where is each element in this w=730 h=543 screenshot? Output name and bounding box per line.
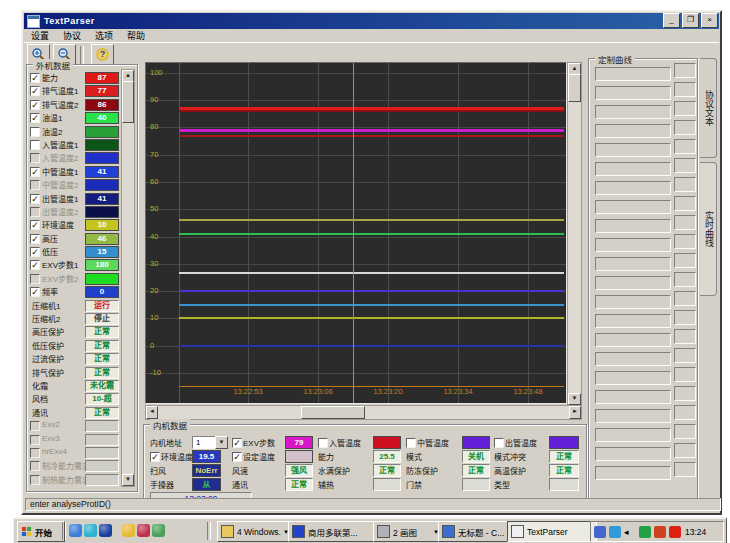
curve-name-field[interactable] <box>595 162 671 176</box>
checkbox[interactable]: ✓ <box>30 260 40 270</box>
printer-icon[interactable] <box>594 526 606 538</box>
curve-name-field[interactable] <box>595 314 671 328</box>
checkbox[interactable]: ✓ <box>30 86 40 96</box>
my-computer-icon[interactable] <box>152 524 165 537</box>
curve-name-field[interactable] <box>595 390 671 404</box>
curve-name-field[interactable] <box>595 409 671 423</box>
tab-realtime-curve[interactable]: 实时曲线 <box>700 162 717 296</box>
checkbox[interactable] <box>30 448 40 458</box>
taskbar-button-paint-group[interactable]: 2 画图▼ <box>373 521 443 542</box>
curve-name-field[interactable] <box>595 333 671 347</box>
scroll-down-icon[interactable]: ▼ <box>568 393 581 405</box>
checkbox[interactable]: ✓ <box>232 438 242 448</box>
checkbox[interactable]: ✓ <box>30 73 40 83</box>
antivirus-icon[interactable] <box>654 526 666 538</box>
media-player-icon[interactable] <box>137 524 150 537</box>
curve-value-field[interactable] <box>674 443 696 458</box>
curve-value-field[interactable] <box>674 367 696 382</box>
curve-name-field[interactable] <box>595 86 671 100</box>
curve-value-field[interactable] <box>674 215 696 230</box>
curve-value-field[interactable] <box>674 101 696 116</box>
checkbox[interactable] <box>30 140 40 150</box>
checkbox[interactable]: ✓ <box>30 247 40 257</box>
start-button[interactable]: 开始 <box>17 521 65 542</box>
curve-value-field[interactable] <box>674 196 696 211</box>
empty-field[interactable] <box>85 460 119 472</box>
minimize-button[interactable]: _ <box>663 13 680 28</box>
checkbox[interactable]: ✓ <box>30 113 40 123</box>
left-scroll-thumb[interactable] <box>122 81 134 123</box>
chevron-down-icon[interactable]: ▼ <box>215 436 228 449</box>
checkbox[interactable]: ✓ <box>30 194 40 204</box>
scroll-down-icon[interactable]: ▼ <box>122 474 134 486</box>
curve-value-field[interactable] <box>674 405 696 420</box>
show-desktop-icon[interactable] <box>122 524 135 537</box>
left-panel-scrollbar[interactable]: ▲ ▼ <box>121 69 135 487</box>
flash-alert-icon[interactable] <box>669 526 681 538</box>
curve-value-field[interactable] <box>674 63 696 78</box>
curve-value-field[interactable] <box>674 348 696 363</box>
curve-name-field[interactable] <box>595 352 671 366</box>
taskbar-button-word-document[interactable]: 商用多联第... <box>288 521 378 542</box>
time-cursor[interactable] <box>353 63 354 403</box>
curve-name-field[interactable] <box>595 447 671 461</box>
curve-value-field[interactable] <box>674 272 696 287</box>
curve-value-field[interactable] <box>674 424 696 439</box>
curve-name-field[interactable] <box>595 219 671 233</box>
checkbox[interactable] <box>30 421 40 431</box>
curve-name-field[interactable] <box>595 124 671 138</box>
messenger-icon[interactable] <box>609 526 621 538</box>
empty-field[interactable] <box>85 434 119 446</box>
checkbox[interactable] <box>30 461 40 471</box>
taskbar-button-textparser-app[interactable]: TextParser <box>507 521 597 542</box>
curve-value-field[interactable] <box>674 120 696 135</box>
curve-name-field[interactable] <box>595 295 671 309</box>
checkbox[interactable]: ✓ <box>30 167 40 177</box>
curve-name-field[interactable] <box>595 428 671 442</box>
curve-value-field[interactable] <box>674 386 696 401</box>
empty-field[interactable] <box>85 447 119 459</box>
checkbox[interactable] <box>406 438 416 448</box>
menu-item-help[interactable]: 帮助 <box>120 29 152 42</box>
title-bar[interactable]: TextParser <box>24 13 719 29</box>
internet-explorer-icon[interactable] <box>69 524 82 537</box>
curve-name-field[interactable] <box>595 200 671 214</box>
curve-value-field[interactable] <box>674 253 696 268</box>
address-combobox[interactable]: 1▼ <box>192 436 228 449</box>
curve-value-field[interactable] <box>674 139 696 154</box>
curve-name-field[interactable] <box>595 466 671 480</box>
chart-hscroll-thumb[interactable] <box>301 406 365 419</box>
show-hidden-arrow-icon[interactable]: ◂ <box>624 526 636 538</box>
checkbox[interactable] <box>30 207 40 217</box>
menu-item-settings[interactable]: 设置 <box>24 29 56 42</box>
checkbox[interactable] <box>30 435 40 445</box>
curve-value-field[interactable] <box>674 234 696 249</box>
checkbox[interactable] <box>30 127 40 137</box>
chart-vscroll-thumb[interactable] <box>568 74 581 102</box>
taskbar-button-media-window[interactable]: 无标题 - C... <box>438 521 512 542</box>
empty-field[interactable] <box>85 420 119 432</box>
checkbox[interactable] <box>30 274 40 284</box>
curve-name-field[interactable] <box>595 181 671 195</box>
curve-name-field[interactable] <box>595 67 671 81</box>
curve-name-field[interactable] <box>595 143 671 157</box>
menu-item-protocol[interactable]: 协议 <box>56 29 88 42</box>
curve-name-field[interactable] <box>595 371 671 385</box>
network-status-icon[interactable] <box>639 526 651 538</box>
scroll-left-icon[interactable]: ◄ <box>146 406 158 419</box>
curve-value-field[interactable] <box>674 291 696 306</box>
checkbox[interactable]: ✓ <box>150 452 160 462</box>
checkbox[interactable] <box>494 438 504 448</box>
chart-hscrollbar[interactable]: ◄ ► <box>145 405 582 420</box>
checkbox[interactable]: ✓ <box>30 100 40 110</box>
chart-vscrollbar[interactable]: ▲ ▼ <box>567 62 582 406</box>
outlook-icon[interactable] <box>84 524 97 537</box>
curve-value-field[interactable] <box>674 462 696 477</box>
curve-name-field[interactable] <box>595 276 671 290</box>
curve-value-field[interactable] <box>674 82 696 97</box>
maximize-button[interactable]: ❐ <box>682 13 699 28</box>
checkbox[interactable]: ✓ <box>30 234 40 244</box>
taskbar-button-folder-group[interactable]: 4 Windows...▼ <box>217 521 293 542</box>
checkbox[interactable]: ✓ <box>30 287 40 297</box>
checkbox[interactable]: ✓ <box>30 220 40 230</box>
